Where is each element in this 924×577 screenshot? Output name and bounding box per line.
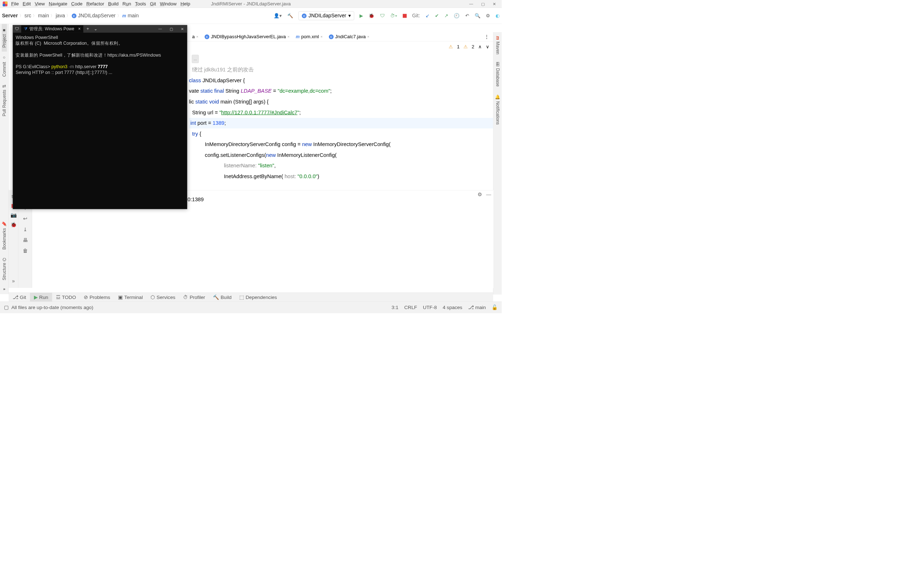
status-encoding[interactable]: UTF-8 [423,305,437,311]
close-icon[interactable]: × [196,35,199,39]
run-icon[interactable]: ▶ [360,13,363,18]
code-token: LDAP_BASE [241,88,272,94]
build-hammer-icon[interactable]: 🔨 [287,13,293,18]
code-token: InMemoryDirectoryServerConfig( [313,141,391,147]
tool-tab-notifications[interactable]: 🔔 Notifications [495,90,500,129]
minimize-icon[interactable]: — [469,2,473,6]
menu-code[interactable]: Code [71,1,82,6]
minimize-icon[interactable]: — [158,27,162,31]
status-branch[interactable]: ⎇ main [468,305,486,311]
softwrap-icon[interactable]: ↩ [23,216,27,222]
code-url[interactable]: http://127.0.0.1:7777/#JndiCalc7 [221,109,297,115]
tab-dependencies[interactable]: ⬚ Dependencies [235,293,281,301]
tab-problems[interactable]: ⊘ Problems [80,293,114,301]
tab-build[interactable]: 🔨 Build [209,293,235,301]
menu-run[interactable]: Run [122,1,131,6]
coverage-icon[interactable]: 🛡 [380,13,385,18]
git-history-icon[interactable]: 🕘 [454,13,459,18]
maximize-icon[interactable]: ▢ [481,2,485,6]
tool-tab-bookmarks[interactable]: Bookmarks 🔖 [2,218,7,253]
svg-rect-2 [5,2,8,4]
close-icon[interactable]: × [320,35,323,39]
print-icon[interactable]: 🖶 [23,237,28,243]
tab-run[interactable]: ▶ Run [30,293,52,301]
editor-tab[interactable]: CJNDIBypassHighJavaServerEL.java × [201,32,293,42]
breadcrumb-root[interactable]: Server [2,13,18,19]
close-icon[interactable]: ✕ [493,2,496,6]
status-indent[interactable]: 4 spaces [443,305,462,311]
status-position[interactable]: 3:1 [392,305,399,311]
git-revert-icon[interactable]: ↶ [465,13,469,18]
swirl-icon[interactable]: ◐ [496,13,499,18]
more-icon[interactable]: » [12,278,15,284]
close-icon[interactable]: × [78,26,81,31]
breadcrumb[interactable]: Server 〉 src 〉 main 〉 java 〉 C JNDILdapS… [2,13,139,19]
editor-tab[interactable]: m pom.xml × [293,32,326,42]
menu-file[interactable]: File [11,1,19,6]
more-icon[interactable]: » [0,284,8,294]
breadcrumb-item[interactable]: java [56,13,65,19]
terminal-tab[interactable]: ⧩ 管理员: Windows Powe × [21,25,83,33]
lock-icon[interactable]: 🔓 [492,305,498,311]
git-push-icon[interactable]: ↗ [444,13,448,18]
breadcrumb-item[interactable]: main [38,13,49,19]
debug-icon[interactable]: 🐞 [368,13,374,18]
breadcrumb-file[interactable]: JNDILdapServer [78,13,115,19]
close-icon[interactable]: × [367,35,370,39]
tool-tab-project[interactable]: Project ■ [2,24,7,52]
window-title: JndiRMIServer - JNDILdapServer.java [211,1,291,6]
stop-icon[interactable] [403,14,407,18]
run-config-selector[interactable]: C JNDILdapServer ▾ [299,11,354,20]
breadcrumb-method[interactable]: main [128,13,139,19]
tab-services[interactable]: ⬡ Services [147,293,179,301]
close-icon[interactable]: ✕ [181,27,184,31]
editor-tab[interactable]: a × [189,32,201,42]
gear-icon[interactable]: ⚙ [486,13,490,18]
menu-edit[interactable]: Edit [23,1,31,6]
menu-build[interactable]: Build [108,1,118,6]
code-fold-icon[interactable]: ... [192,55,199,63]
menu-help[interactable]: Help [181,1,190,6]
breadcrumb-item[interactable]: src [24,13,31,19]
chevron-down-icon[interactable]: ⌄ [92,26,99,31]
tab-git[interactable]: ⎇ Git [9,293,30,301]
terminal-title-bar[interactable]: 🛡 ⧩ 管理员: Windows Powe × + ⌄ — ▢ ✕ [13,25,187,33]
java-class-icon: C [302,13,307,18]
powershell-icon: ⧩ [24,26,27,31]
more-tabs-icon[interactable]: ⋮ [485,34,489,39]
menu-view[interactable]: View [35,1,45,6]
menu-tools[interactable]: Tools [135,1,146,6]
menu-navigate[interactable]: Navigate [49,1,67,6]
tool-tab-structure[interactable]: Structure ⌬ [2,253,7,284]
terminal-output[interactable]: Windows PowerShell 版权所有 (C) Microsoft Co… [13,33,187,209]
scroll-end-icon[interactable]: ⤓ [23,226,27,233]
tool-tab-commit[interactable]: Commit ○ [2,52,7,81]
user-icon[interactable]: 👤▾ [274,13,282,18]
tool-tab-maven[interactable]: m Maven [495,32,500,58]
status-icon[interactable]: ▢ [4,305,9,311]
debug-icon[interactable]: 🐞 [10,222,16,228]
new-tab-icon[interactable]: + [83,26,92,31]
tool-tab-database[interactable]: 🗄 Database [495,58,500,90]
code-token: String [226,88,241,94]
maximize-icon[interactable]: ▢ [170,27,173,31]
minimize-icon[interactable]: — [486,192,491,198]
search-icon[interactable]: 🔍 [475,13,480,18]
status-eol[interactable]: CRLF [404,305,417,311]
trash-icon[interactable]: 🗑 [23,248,28,254]
git-commit-icon[interactable]: ✔ [435,13,439,18]
close-icon[interactable]: × [287,35,289,39]
tab-todo[interactable]: ☲ TODO [52,293,80,301]
menu-git[interactable]: Git [150,1,156,6]
menu-refactor[interactable]: Refactor [86,1,104,6]
tab-terminal[interactable]: ▣ Terminal [114,293,147,301]
profile-icon[interactable]: ⏱▾ [390,13,397,18]
tool-tab-pull-requests[interactable]: Pull Requests ⇅ [2,81,7,121]
editor-tab[interactable]: C JndiCalc7.java × [326,32,373,42]
code-token: 1389 [213,120,225,126]
menu-window[interactable]: Window [160,1,176,6]
tab-profiler[interactable]: ⏱ Profiler [179,293,209,301]
gear-icon[interactable]: ⚙ [478,192,482,198]
camera-icon[interactable]: 📷 [10,212,16,218]
git-update-icon[interactable]: ↙ [426,13,430,18]
